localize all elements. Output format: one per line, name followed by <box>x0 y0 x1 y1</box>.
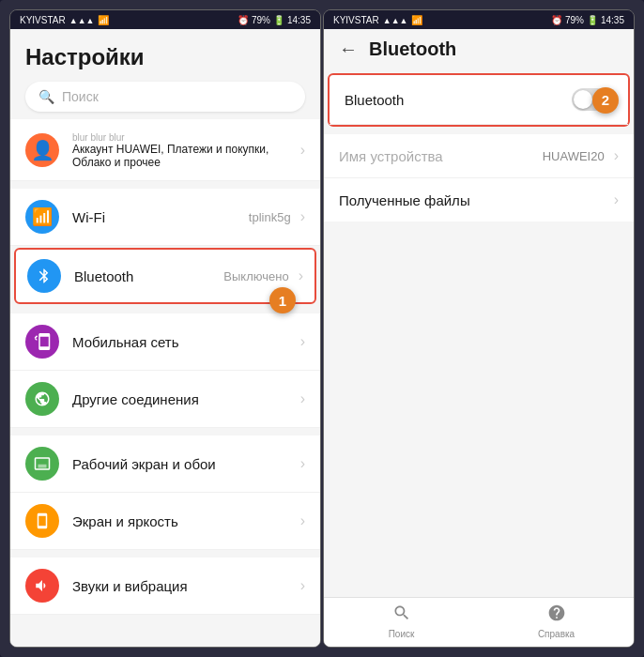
wifi-right: tplink5g › <box>249 208 305 225</box>
bluetooth-icon <box>27 259 61 293</box>
account-content: blur blur blur Аккаунт HUAWEI, Платежи и… <box>72 130 300 169</box>
wifi-value: tplink5g <box>249 210 291 224</box>
carrier-1: KYIVSTAR <box>20 15 66 25</box>
other-title: Другие соединения <box>72 391 300 407</box>
wifi-arrow: › <box>300 208 305 225</box>
nav-item-help[interactable]: Справка <box>479 604 634 639</box>
signal-icon-1: ▲▲▲ <box>69 16 95 25</box>
mobile-icon <box>25 325 59 359</box>
nav-help-label: Справка <box>538 629 575 639</box>
account-arrow: › <box>300 142 305 159</box>
wifi-content: Wi-Fi <box>72 209 249 225</box>
alarm-icon-1: ⏰ <box>238 15 249 25</box>
step-badge-2: 2 <box>592 87 619 114</box>
signal-icon-2: ▲▲▲ <box>383 16 408 25</box>
search-icon: 🔍 <box>38 89 54 104</box>
device-name-label: Имя устройства <box>339 148 543 164</box>
time-2: 14:35 <box>601 15 624 25</box>
settings-item-desktop[interactable]: Рабочий экран и обои › <box>10 435 320 493</box>
nav-search-label: Поиск <box>389 629 415 639</box>
account-label: blur blur blur <box>72 132 300 143</box>
desktop-right: › <box>300 455 305 472</box>
status-right-1: ⏰ 79% 🔋 14:35 <box>238 15 311 25</box>
mobile-arrow: › <box>300 333 305 350</box>
settings-item-mobile[interactable]: Мобильная сеть › <box>10 313 320 371</box>
nav-help-icon <box>547 604 566 627</box>
status-left-2: KYIVSTAR ▲▲▲ 📶 <box>333 15 422 25</box>
time-1: 14:35 <box>287 15 311 25</box>
settings-item-sound[interactable]: Звуки и вибрация › <box>10 558 320 615</box>
battery-2: 79% <box>565 15 584 25</box>
divider-1 <box>10 181 320 189</box>
desktop-icon <box>25 447 59 481</box>
status-bar-2: KYIVSTAR ▲▲▲ 📶 ⏰ 79% 🔋 14:35 <box>324 10 634 29</box>
other-right: › <box>300 390 305 407</box>
bluetooth-content: Bluetooth <box>74 268 223 284</box>
nav-item-search[interactable]: Поиск <box>324 604 479 639</box>
alarm-icon-2: ⏰ <box>551 15 562 25</box>
toggle-knob <box>574 90 592 109</box>
bt-header: ← Bluetooth <box>324 29 634 68</box>
bt-content: Bluetooth 2 Имя устройства HUAWEI20 › <box>324 68 634 597</box>
bluetooth-right: Выключено › <box>223 267 303 284</box>
wifi-icon: 📶 <box>25 200 59 234</box>
mobile-right: › <box>300 333 305 350</box>
display-icon <box>25 504 59 538</box>
bottom-nav: Поиск Справка <box>324 597 634 647</box>
settings-item-account[interactable]: 👤 blur blur blur Аккаунт HUAWEI, Платежи… <box>10 119 320 181</box>
search-bar[interactable]: 🔍 Поиск <box>25 82 305 112</box>
settings-screen: Настройки 🔍 Поиск 👤 blur blur blur Аккау… <box>10 29 320 647</box>
bluetooth-screen: ← Bluetooth Bluetooth 2 <box>324 29 634 647</box>
sound-content: Звуки и вибрация <box>72 578 300 594</box>
desktop-arrow: › <box>300 455 305 472</box>
mobile-title: Мобильная сеть <box>72 334 300 350</box>
battery-icon-2: 🔋 <box>587 15 598 25</box>
desktop-title: Рабочий экран и обои <box>72 456 300 472</box>
wifi-icon-1: 📶 <box>98 15 109 25</box>
bt-device-section: Имя устройства HUAWEI20 › Полученные фай… <box>324 134 634 222</box>
bt-received-files-row[interactable]: Полученные файлы › <box>324 178 634 222</box>
battery-icon-1: 🔋 <box>273 15 284 25</box>
bluetooth-title: Bluetooth <box>74 268 223 284</box>
received-files-label: Полученные файлы <box>339 192 614 208</box>
carrier-2: KYIVSTAR <box>333 15 379 25</box>
sound-icon <box>25 569 59 603</box>
wifi-title: Wi-Fi <box>72 209 249 225</box>
back-button[interactable]: ← <box>339 38 358 60</box>
phone1-wrapper: KYIVSTAR ▲▲▲ 📶 ⏰ 79% 🔋 14:35 Настройки 🔍… <box>9 9 321 648</box>
bt-screen-title: Bluetooth <box>369 38 456 60</box>
settings-item-bluetooth[interactable]: Bluetooth Выключено › 1 <box>14 248 316 304</box>
divider-3 <box>10 428 320 435</box>
bt-device-name-row[interactable]: Имя устройства HUAWEI20 › <box>324 134 634 178</box>
device-name-arrow: › <box>614 147 619 164</box>
bt-toggle-label: Bluetooth <box>345 92 572 108</box>
other-arrow: › <box>300 390 305 407</box>
account-title: Аккаунт HUAWEI, Платежи и покупки, Облак… <box>72 143 300 169</box>
bt-toggle-row[interactable]: Bluetooth <box>330 75 628 125</box>
other-icon <box>25 382 59 416</box>
settings-item-display[interactable]: Экран и яркость › <box>10 493 320 550</box>
other-content: Другие соединения <box>72 391 300 407</box>
settings-item-wifi[interactable]: 📶 Wi-Fi tplink5g › <box>10 189 320 246</box>
settings-list: 👤 blur blur blur Аккаунт HUAWEI, Платежи… <box>10 119 320 647</box>
settings-item-other[interactable]: Другие соединения › <box>10 371 320 428</box>
status-left-1: KYIVSTAR ▲▲▲ 📶 <box>20 15 109 25</box>
step-badge-1: 1 <box>269 287 296 313</box>
screenshot-wrapper: KYIVSTAR ▲▲▲ 📶 ⏰ 79% 🔋 14:35 Настройки 🔍… <box>0 0 644 657</box>
sound-arrow: › <box>300 577 305 594</box>
bt-toggle-section: Bluetooth 2 <box>328 73 630 127</box>
battery-1: 79% <box>252 15 270 25</box>
search-placeholder: Поиск <box>62 89 99 104</box>
wifi-icon-2: 📶 <box>411 15 422 25</box>
mobile-content: Мобильная сеть <box>72 334 300 350</box>
display-content: Экран и яркость <box>72 513 300 529</box>
status-bar-1: KYIVSTAR ▲▲▲ 📶 ⏰ 79% 🔋 14:35 <box>10 10 320 29</box>
settings-header: Настройки 🔍 Поиск <box>10 29 320 119</box>
sound-right: › <box>300 577 305 594</box>
nav-search-icon <box>392 604 411 627</box>
display-arrow: › <box>300 512 305 529</box>
account-right: › <box>300 142 305 159</box>
device-name-value: HUAWEI20 <box>543 149 605 163</box>
settings-title: Настройки <box>25 44 305 70</box>
status-right-2: ⏰ 79% 🔋 14:35 <box>551 15 624 25</box>
